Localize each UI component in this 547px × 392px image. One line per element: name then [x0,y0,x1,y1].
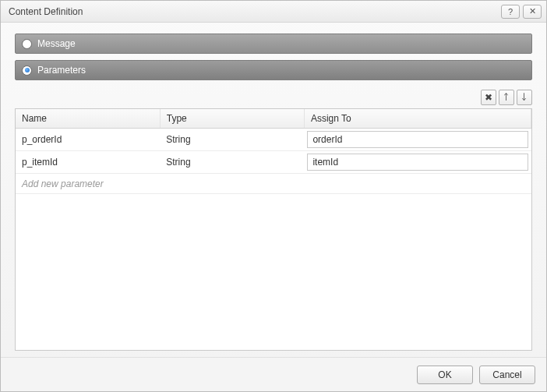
radio-icon [22,39,32,49]
assign-to-input[interactable] [307,131,528,148]
close-icon: ✕ [529,6,536,16]
option-parameters[interactable]: Parameters [15,60,532,80]
dialog-title: Content Definition [9,6,501,17]
table-row[interactable]: p_orderId String [16,129,531,151]
table-toolbar: ✖ 🡑 🡓 [15,90,532,105]
cell-assign[interactable] [304,129,531,151]
help-button[interactable]: ? [501,5,520,19]
help-icon: ? [508,7,513,16]
content-definition-dialog: Content Definition ? ✕ Message Parameter… [0,0,547,392]
option-parameters-label: Parameters [37,65,86,76]
move-up-button[interactable]: 🡑 [499,90,514,105]
col-header-name[interactable]: Name [16,109,160,129]
move-down-button[interactable]: 🡓 [517,90,532,105]
close-button[interactable]: ✕ [523,5,542,19]
arrow-down-icon: 🡓 [520,92,529,103]
col-header-assign[interactable]: Assign To [304,109,531,129]
ok-button[interactable]: OK [417,366,473,384]
cell-name[interactable]: p_orderId [16,129,160,151]
add-parameter-label[interactable]: Add new parameter [16,174,531,194]
table-header-row: Name Type Assign To [16,109,531,129]
assign-to-input[interactable] [307,154,528,171]
dialog-content: Message Parameters ✖ 🡑 🡓 [1,23,546,357]
col-header-type[interactable]: Type [160,109,304,129]
delete-icon: ✖ [485,92,492,103]
option-message-label: Message [37,38,76,49]
titlebar-buttons: ? ✕ [501,5,542,19]
parameters-table-wrap: Name Type Assign To p_orderId String [15,108,532,351]
arrow-up-icon: 🡑 [502,92,511,103]
table-row[interactable]: p_itemId String [16,151,531,174]
radio-icon [22,65,32,76]
titlebar: Content Definition ? ✕ [1,1,546,23]
parameters-table: Name Type Assign To p_orderId String [16,109,531,194]
radio-dot-icon [25,68,30,72]
option-message[interactable]: Message [15,34,532,54]
cell-assign[interactable] [304,151,531,174]
add-parameter-row[interactable]: Add new parameter [16,174,531,194]
cell-name[interactable]: p_itemId [16,151,160,174]
cancel-button[interactable]: Cancel [479,366,535,384]
cell-type[interactable]: String [160,151,304,174]
dialog-footer: OK Cancel [1,357,546,391]
delete-button[interactable]: ✖ [481,90,496,105]
cell-type[interactable]: String [160,129,304,151]
